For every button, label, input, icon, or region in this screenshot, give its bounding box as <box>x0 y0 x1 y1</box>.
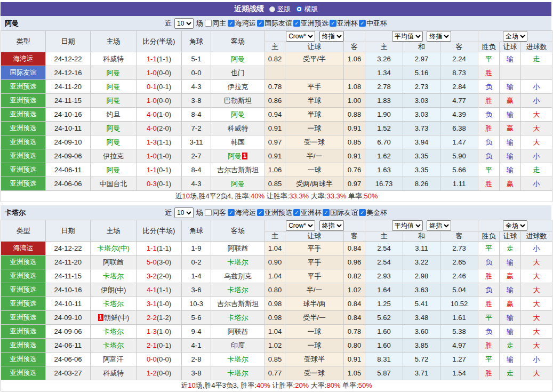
full-match-select[interactable]: 全场 <box>503 31 527 42</box>
near-label: 近 <box>165 208 172 218</box>
checkbox-checked-icon[interactable]: ✓ <box>359 20 366 27</box>
radio-vertical-button[interactable] <box>269 6 275 12</box>
competition-filter[interactable]: ✓亚洲杯 <box>293 208 322 218</box>
cell-avg-home: 1.34 <box>365 66 403 80</box>
cell-goals-result: 小 <box>521 353 552 366</box>
radio-horizontal-option[interactable]: 横版 <box>296 5 318 14</box>
competition-label: 国际友谊 <box>265 19 292 28</box>
cell-match-result: 胜 <box>478 177 500 191</box>
cell-date: 24-11-20 <box>46 80 91 94</box>
average-select[interactable]: 平均值 <box>392 31 423 42</box>
cell-match-result: 平 <box>478 353 500 366</box>
checkbox-checked-icon[interactable]: ✓ <box>257 20 264 27</box>
cell-date: 24-11-15 <box>46 94 91 108</box>
cell-odds-home: 0.77 <box>265 366 285 380</box>
cell-handicap-line: 受平/半 <box>285 52 344 66</box>
cell-odds-away: 0.91 <box>344 149 365 163</box>
cell-handicap-result: 走 <box>500 242 521 255</box>
checkbox-checked-icon[interactable]: ✓ <box>293 209 300 216</box>
full-match-select[interactable]: 全场 <box>503 220 527 231</box>
cell-odds-away: 1.08 <box>344 80 365 94</box>
cell-corner: 3-8 <box>182 366 211 380</box>
cell-goals-result <box>521 66 552 80</box>
cell-avg-away: 6.38 <box>440 122 478 135</box>
same-side-label: 同主 <box>212 19 226 28</box>
checkbox-checked-icon[interactable]: ✓ <box>228 209 235 216</box>
cell-score: 2-1(0-1) <box>137 339 182 353</box>
cell-score: 1-2(0-0) <box>137 366 182 380</box>
final-index-select[interactable]: 终指 <box>319 220 344 231</box>
cell-handicap-result: 输 <box>500 283 521 297</box>
checkbox-checked-icon[interactable]: ✓ <box>330 20 336 27</box>
header-date: 日期 <box>46 220 91 242</box>
cell-handicap-result: 输 <box>500 255 521 269</box>
cell-odds-away: 1.06 <box>344 52 365 66</box>
cell-match-result: 胜 <box>478 94 500 108</box>
checkbox-unchecked-icon[interactable] <box>205 20 212 27</box>
header-bookmaker-group: Crow* 终指 <box>265 220 365 231</box>
final-index-select-2[interactable]: 终指 <box>427 220 451 231</box>
competition-label: 海湾运 <box>235 19 256 28</box>
radio-vertical-option[interactable]: 竖版 <box>269 5 291 14</box>
cell-date: 24-06-11 <box>46 163 91 177</box>
fulltime-score: 0-3 <box>147 180 157 188</box>
cell-away-team: 韩国 <box>211 135 265 149</box>
checkbox-checked-icon[interactable]: ✓ <box>228 20 235 27</box>
header-corner: 角球 <box>182 220 211 242</box>
competition-filter[interactable]: ✓亚洲预选 <box>293 19 328 28</box>
cell-away-team: 阿联酋 <box>211 325 265 339</box>
competition-filter[interactable]: ✓亚洲预选 <box>257 208 292 218</box>
competition-filter[interactable]: ✓美金杯 <box>359 208 387 218</box>
competition-filter[interactable]: ✓海湾运 <box>228 208 256 218</box>
recent-count-select[interactable]: 10 <box>174 207 194 218</box>
subheader-odds-home: 主 <box>265 42 285 52</box>
fulltime-score: 1-0 <box>147 152 157 160</box>
cell-handicap-result: 输 <box>500 80 521 94</box>
cell-goals-result: 大 <box>521 339 552 353</box>
competition-filter[interactable]: ✓国际友谊 <box>257 19 292 28</box>
halftime-score: (1-0) <box>157 152 171 160</box>
summary-text: 33.3% <box>326 192 346 200</box>
competition-filter[interactable]: ✓国际友谊 <box>323 208 358 218</box>
competition-filter[interactable]: ✓海湾运 <box>228 19 256 28</box>
checkbox-unchecked-icon[interactable] <box>205 209 212 216</box>
bookmaker-select[interactable]: Crow* <box>286 31 315 42</box>
same-side-filter[interactable]: 同主 <box>205 19 226 28</box>
header-home: 主场 <box>91 31 137 52</box>
cell-goals-result: 大 <box>521 255 552 269</box>
bookmaker-select[interactable]: Crow* <box>286 220 315 231</box>
cell-match-result: 胜 <box>478 66 500 80</box>
checkbox-checked-icon[interactable]: ✓ <box>293 20 300 27</box>
cell-handicap-line: 一球 <box>285 339 344 353</box>
same-side-filter[interactable]: 同客 <box>205 208 226 218</box>
recent-count-select[interactable]: 10 <box>174 18 194 29</box>
home-team-name: 朝鲜(中) <box>104 314 130 322</box>
cell-odds-away: 0.84 <box>344 311 365 325</box>
cell-away-team: 阿联酋 <box>211 242 265 255</box>
sections: 阿曼 近 10 场 同主 ✓海湾运✓国际友谊✓亚洲预选✓亚洲杯✓中亚杯 <box>1 16 551 391</box>
competition-filter[interactable]: ✓亚洲杯 <box>330 19 358 28</box>
checkbox-checked-icon[interactable]: ✓ <box>257 209 264 216</box>
away-team-name: 卡塔尔 <box>228 258 249 266</box>
cell-avg-away: 2.24 <box>440 52 478 66</box>
header-corner: 角球 <box>182 31 211 52</box>
cell-odds-away: 1.02 <box>344 283 365 297</box>
checkbox-checked-icon[interactable]: ✓ <box>359 209 366 216</box>
cell-avg-away: 4.39 <box>440 108 478 122</box>
cell-odds-home: 1.04 <box>265 325 285 339</box>
cell-avg-draw: 3.03 <box>403 108 440 122</box>
average-select[interactable]: 平均值 <box>392 220 423 231</box>
competition-filter[interactable]: ✓中亚杯 <box>359 19 387 28</box>
cell-competition-type: 亚洲预选 <box>1 311 46 325</box>
cell-home-team: 1朝鲜(中) <box>91 311 137 325</box>
checkbox-checked-icon[interactable]: ✓ <box>323 209 330 216</box>
final-index-select[interactable]: 终指 <box>319 31 344 42</box>
radio-horizontal-button[interactable] <box>296 6 302 12</box>
away-team-name: 卡塔尔 <box>228 314 249 322</box>
away-team-name: 印度 <box>231 341 245 349</box>
summary-row: 近10场,胜4平2负4, 胜率:40% 让胜率:33.3% 大率:33.3% 单… <box>1 191 552 202</box>
cell-goals-result: 大 <box>521 325 552 339</box>
final-index-select-2[interactable]: 终指 <box>427 31 451 42</box>
table-row: 亚洲预选24-11-15阿曼1-0(0-0)3-8巴勒斯坦0.86半球1.001… <box>1 94 552 108</box>
home-team-name: 阿曼 <box>107 97 121 105</box>
